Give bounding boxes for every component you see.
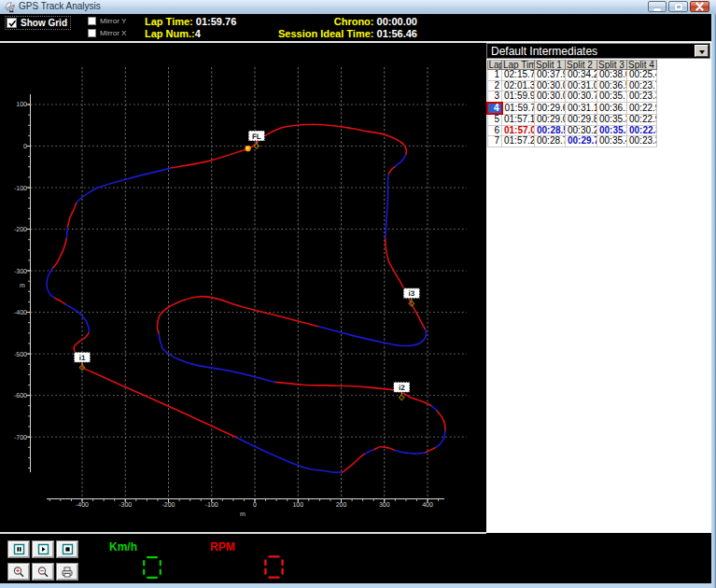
y-tick-label: 0 (23, 144, 27, 150)
column-header-split-2[interactable]: Split 2 (566, 61, 597, 70)
x-tick-label: -100 (205, 502, 218, 509)
table-row[interactable]: 601:57.0200:28.5500:30.2800:35.3000:22.8… (487, 125, 656, 136)
table-row[interactable]: 202:01.3400:30.0200:31.0700:36.5500:23.7… (487, 80, 656, 91)
time-cell[interactable]: 00:22.89 (627, 125, 657, 136)
maximize-button[interactable] (668, 1, 688, 12)
time-cell[interactable]: 00:29.01 (535, 114, 566, 125)
time-cell[interactable]: 00:30.07 (535, 91, 566, 103)
time-cell[interactable]: 00:29.62 (535, 103, 566, 115)
time-cell[interactable]: 00:30.74 (566, 91, 597, 103)
time-cell[interactable]: 00:38.07 (597, 70, 627, 81)
show-grid-checkbox-box[interactable] (7, 18, 17, 28)
time-cell[interactable]: 00:22.95 (627, 114, 657, 125)
column-header-split-3[interactable]: Split 3 (597, 61, 627, 70)
time-cell[interactable]: 01:59.76 (502, 103, 535, 115)
lap-cell[interactable]: 6 (487, 125, 502, 136)
time-cell[interactable]: 02:15.73 (502, 70, 535, 81)
time-cell[interactable]: 00:23.39 (627, 91, 657, 103)
track-plot[interactable]: 1000-100-200-300-400-500-600-700-400-300… (0, 43, 486, 532)
time-cell[interactable]: 01:57.02 (502, 125, 535, 136)
lap-cell[interactable]: 2 (487, 80, 502, 91)
track-segment-blue (65, 304, 89, 333)
table-row[interactable]: 102:15.7300:37.9800:34.2200:38.0700:25.4… (487, 70, 656, 81)
time-cell[interactable]: 00:29.87 (566, 114, 597, 125)
track-segment-red (437, 411, 445, 430)
lap-cell[interactable]: 4 (487, 103, 502, 115)
track-segment-red (171, 148, 248, 168)
time-cell[interactable]: 00:31.10 (566, 103, 597, 115)
column-header-split-1[interactable]: Split 1 (535, 61, 566, 70)
marker-label-i3: i3 (403, 288, 419, 299)
time-cell[interactable]: 00:35.44 (597, 136, 627, 147)
play-button[interactable] (32, 540, 54, 558)
lap-num-row: Lap Num.:4 (145, 28, 201, 39)
svg-text:FL: FL (252, 133, 261, 141)
mirror-x-checkbox-box[interactable] (88, 29, 96, 37)
track-segment-blue (47, 269, 55, 299)
time-cell[interactable]: 01:57.14 (502, 114, 535, 125)
y-tick-label: -400 (14, 310, 27, 316)
column-header-split-4[interactable]: Split 4 (627, 61, 657, 70)
time-cell[interactable]: 00:30.02 (535, 80, 566, 91)
toolbar: Show Grid Mirror Y Mirror X Lap Time: 01… (0, 14, 711, 41)
lap-cell[interactable]: 7 (487, 136, 502, 147)
print-button[interactable] (56, 563, 78, 581)
intermediates-dropdown[interactable]: Default Intermediates (486, 43, 710, 59)
time-cell[interactable]: 00:35.30 (597, 125, 627, 136)
marker-label-FL: FL (248, 131, 264, 141)
mirror-x-checkbox[interactable]: Mirror X (88, 29, 126, 37)
svg-text:i3: i3 (409, 289, 415, 298)
time-cell[interactable]: 00:25.46 (627, 70, 657, 81)
x-tick-label: 300 (379, 502, 390, 509)
x-tick-label: -300 (119, 502, 132, 509)
stop-button[interactable] (56, 540, 78, 558)
time-cell[interactable]: 00:23.70 (627, 80, 657, 91)
bottom-bar: Km/h RPM (0, 534, 711, 583)
time-cell[interactable]: 00:36.14 (597, 103, 627, 115)
time-cell[interactable]: 00:35.72 (597, 91, 627, 103)
y-tick-label: 100 (16, 102, 27, 108)
mirror-y-checkbox[interactable]: Mirror Y (88, 17, 126, 25)
step-back-button[interactable] (7, 540, 30, 558)
time-cell[interactable]: 01:59.92 (502, 91, 535, 103)
track-segment-blue (66, 228, 67, 239)
time-cell[interactable]: 00:23.33 (627, 136, 657, 147)
x-tick-label: 100 (292, 502, 303, 509)
time-cell[interactable]: 00:36.55 (597, 80, 627, 91)
dropdown-button[interactable] (695, 45, 709, 57)
table-row[interactable]: 501:57.1400:29.0100:29.8700:35.3100:22.9… (487, 114, 656, 125)
window-border-right (711, 14, 716, 588)
column-header-lap[interactable]: Lap (487, 61, 502, 70)
time-cell[interactable]: 00:35.31 (597, 114, 627, 125)
lap-cell[interactable]: 3 (487, 91, 502, 103)
mirror-y-checkbox-box[interactable] (88, 17, 96, 25)
x-tick-label: 0 (253, 502, 257, 509)
y-tick-label: -700 (14, 435, 27, 441)
track-segment-red (343, 454, 365, 472)
zoom-out-button[interactable] (32, 563, 54, 581)
chevron-down-icon (699, 50, 705, 54)
lap-time-value: 01:59.76 (196, 16, 236, 27)
column-header-lap-time[interactable]: Lap Time (502, 61, 535, 70)
show-grid-checkbox[interactable]: Show Grid (5, 16, 71, 30)
minimize-button[interactable] (648, 1, 667, 12)
time-cell[interactable]: 00:37.98 (535, 70, 566, 81)
lap-cell[interactable]: 5 (487, 114, 502, 125)
time-cell[interactable]: 00:29.72 (566, 136, 597, 147)
time-cell[interactable]: 00:28.72 (535, 136, 566, 147)
lap-cell[interactable]: 1 (487, 70, 502, 81)
time-cell[interactable]: 00:28.55 (535, 125, 566, 136)
time-cell[interactable]: 01:57.21 (502, 136, 535, 147)
time-cell[interactable]: 02:01.34 (502, 80, 535, 91)
time-cell[interactable]: 00:22.90 (627, 103, 657, 115)
time-cell[interactable]: 00:31.07 (566, 80, 597, 91)
title-bar: GPS Track Analysis (0, 0, 716, 14)
close-button[interactable] (690, 1, 709, 12)
zoom-in-button[interactable] (7, 563, 30, 581)
table-row[interactable]: 301:59.9200:30.0700:30.7400:35.7200:23.3… (487, 91, 656, 103)
y-tick-label: -300 (14, 269, 27, 275)
time-cell[interactable]: 00:34.22 (566, 70, 597, 81)
time-cell[interactable]: 00:30.28 (566, 125, 597, 136)
table-row[interactable]: 701:57.2100:28.7200:29.7200:35.4400:23.3… (487, 136, 656, 147)
table-row[interactable]: 401:59.7600:29.6200:31.1000:36.1400:22.9… (487, 103, 656, 115)
